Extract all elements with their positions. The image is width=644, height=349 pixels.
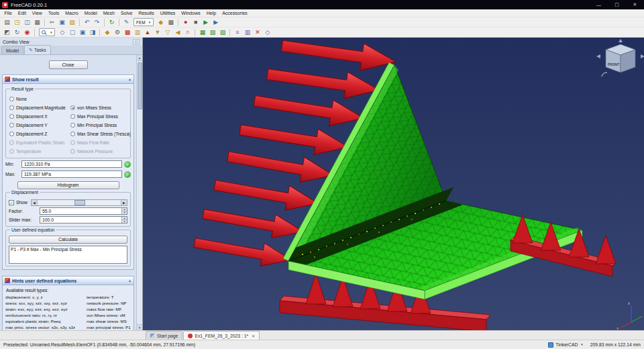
menu-item[interactable]: Accessories — [219, 11, 251, 15]
print-icon[interactable]: ▦ — [33, 18, 42, 27]
close-task-button[interactable]: Close — [49, 60, 88, 69]
show-result-header[interactable]: Show result ▲ — [3, 75, 133, 84]
show-checkbox[interactable]: ✓ — [9, 200, 14, 205]
menu-item[interactable]: Edit — [15, 11, 29, 15]
result-type-option[interactable]: Max Shear Stress (Tresca) — [70, 130, 127, 138]
separator[interactable] — [79, 19, 80, 26]
paste-icon[interactable]: ▨ — [68, 18, 77, 27]
menu-item[interactable]: Mesh — [100, 11, 117, 15]
menu-item[interactable]: Help — [203, 11, 219, 15]
slider-thumb[interactable] — [74, 200, 85, 205]
slider-max-spinbox[interactable]: 100.0 ▲▼ — [40, 216, 127, 223]
menu-item[interactable]: View — [29, 11, 45, 15]
refresh-icon[interactable]: ↻ — [107, 18, 117, 27]
fixed-constraint-icon[interactable]: ▲ — [143, 28, 152, 37]
nav-cube[interactable]: FRONT — [596, 39, 644, 77]
temperature-constraint-icon[interactable]: ○ — [183, 28, 193, 37]
navigation-style-selector[interactable]: TinkerCAD — [555, 342, 578, 347]
result-type-option[interactable]: von Mises Stress — [70, 103, 127, 112]
tab-model[interactable]: Model — [1, 46, 23, 54]
separator[interactable] — [229, 29, 230, 36]
equation-textarea[interactable]: P1 - P3 # Max - Min Principal Stress — [9, 246, 127, 264]
result-type-option[interactable]: Equivalent Plastic Strain — [9, 138, 68, 147]
macro-record-icon[interactable]: ● — [181, 18, 191, 27]
histogram-button[interactable]: Histogram — [17, 181, 119, 189]
nav-right-arrow[interactable] — [641, 54, 644, 58]
result-filter-icon[interactable]: ◇ — [263, 28, 272, 37]
separator[interactable] — [99, 29, 100, 36]
menu-item[interactable]: Utilities — [157, 11, 178, 15]
factor-spinbox[interactable]: 55.0 ▲▼ — [40, 207, 127, 215]
spin-arrows[interactable]: ▲▼ — [121, 208, 127, 214]
undo-icon[interactable]: ↶ — [83, 18, 92, 27]
result-type-option[interactable]: Displacement Z — [9, 130, 68, 138]
nav-left-arrow[interactable] — [596, 54, 600, 58]
copy-icon[interactable]: ▣ — [58, 18, 67, 27]
pressure-constraint-icon[interactable]: ▽ — [163, 28, 172, 37]
slider-track[interactable] — [38, 200, 121, 205]
menu-item[interactable]: Macro — [62, 11, 81, 15]
mesh-group-icon[interactable]: ▨ — [218, 28, 227, 37]
slider-left-arrow[interactable]: ◀ — [32, 200, 38, 205]
separator[interactable] — [178, 19, 178, 26]
zoom-dropdown[interactable]: ▼ — [39, 28, 55, 36]
hints-header[interactable]: Hints user defined equations ▲ — [3, 277, 133, 285]
macro-stop-icon[interactable]: ■ — [191, 18, 201, 27]
macro-debug-icon[interactable]: ▶ — [211, 18, 221, 27]
refresh-view-icon[interactable]: ↻ — [13, 28, 22, 37]
result-type-option[interactable]: Min Principal Stress — [70, 121, 127, 130]
fem-model[interactable] — [283, 62, 582, 299]
cut-icon[interactable]: ✂ — [48, 18, 57, 27]
menu-item[interactable]: Results — [136, 11, 157, 15]
displacement-slider[interactable]: ◀ ▶ — [31, 199, 127, 206]
close-window-button[interactable]: ✕ — [626, 0, 644, 9]
chevron-down-icon[interactable]: ▼ — [580, 343, 583, 346]
min-value-field[interactable]: 1220.310 Pa — [21, 160, 122, 168]
group-icon[interactable]: ▩ — [166, 18, 176, 27]
analysis-container-icon[interactable]: ◆ — [103, 28, 112, 37]
scroll-up-arrow[interactable]: ▲ — [137, 55, 143, 61]
solver-icon[interactable]: ⚙ — [113, 28, 122, 37]
menu-item[interactable]: Windows — [178, 11, 203, 15]
float-panel-button[interactable]: ◱ — [133, 39, 140, 45]
force-constraint-icon[interactable]: ▼ — [153, 28, 162, 37]
front-view-icon[interactable]: ▢ — [68, 28, 77, 37]
right-view-icon[interactable]: ◨ — [88, 28, 97, 37]
spin-arrows[interactable]: ▲▼ — [121, 217, 127, 223]
displacement-constraint-icon[interactable]: ◀ — [173, 28, 182, 37]
collapse-icon[interactable]: ▲ — [128, 279, 131, 283]
result-type-option[interactable]: Mass Flow Rate — [70, 138, 127, 147]
collapse-icon[interactable]: ▲ — [128, 77, 131, 81]
max-value-field[interactable]: 119.387 MPa — [21, 170, 122, 178]
separator[interactable] — [34, 29, 35, 36]
redo-icon[interactable]: ↷ — [93, 18, 102, 27]
result-pipeline-icon[interactable]: ▥ — [243, 28, 252, 37]
scroll-down-arrow[interactable]: ▼ — [137, 324, 143, 330]
beam-section-icon[interactable]: ▥ — [133, 28, 142, 37]
open-file-icon[interactable]: ◳ — [13, 18, 22, 27]
axonometric-view-icon[interactable]: ◇ — [58, 28, 67, 37]
result-type-option[interactable]: None — [9, 95, 68, 103]
fit-all-icon[interactable]: ◉ — [23, 28, 32, 37]
result-purge-icon[interactable]: ✕ — [253, 28, 262, 37]
separator[interactable] — [119, 19, 119, 26]
select-icon[interactable]: ◩ — [3, 28, 12, 37]
mesh-icon[interactable]: ▦ — [198, 28, 207, 37]
scroll-thumb[interactable] — [138, 62, 142, 109]
tab-document[interactable]: Ex1_FEM_26_3_2023 : 1* ✕ — [183, 331, 260, 340]
nav-up-arrow[interactable] — [619, 39, 623, 42]
separator[interactable] — [104, 19, 105, 26]
macro-play-icon[interactable]: ▶ — [201, 18, 211, 27]
result-show-icon[interactable]: ≡ — [233, 28, 242, 37]
separator[interactable] — [44, 19, 45, 26]
part-icon[interactable]: ◆ — [156, 18, 166, 27]
result-type-option[interactable]: Max Principal Stress — [70, 112, 127, 121]
menu-item[interactable]: Tools — [45, 11, 62, 15]
result-type-option[interactable]: Temperature — [9, 147, 68, 156]
minimize-button[interactable]: — — [590, 0, 608, 9]
menu-item[interactable]: Solve — [117, 11, 136, 15]
result-type-option[interactable]: Displacement Magnitude — [9, 103, 68, 112]
material-icon[interactable]: ▩ — [123, 28, 132, 37]
mesh-region-icon[interactable]: ▧ — [208, 28, 217, 37]
close-tab-button[interactable]: ✕ — [252, 334, 255, 338]
